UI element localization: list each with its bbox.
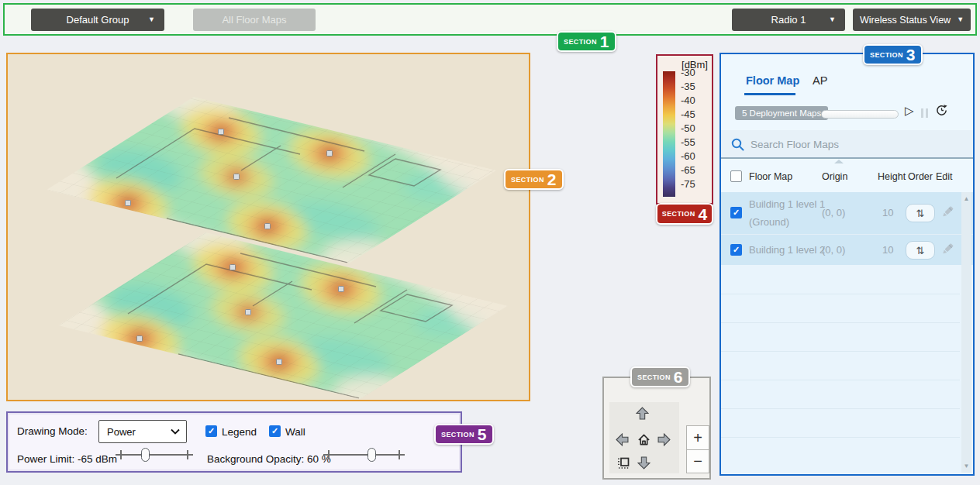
- origin-value: (0, 0): [822, 207, 845, 218]
- col-edit[interactable]: Edit: [936, 171, 953, 182]
- col-origin[interactable]: Origin: [822, 171, 847, 182]
- group-dropdown-label: Default Group: [67, 14, 129, 26]
- ap-icon: [137, 336, 143, 342]
- pan-up-icon[interactable]: [636, 407, 649, 420]
- tab-ap[interactable]: AP: [813, 74, 827, 87]
- legend-tick: -30: [681, 66, 695, 80]
- legend-color-scale: [663, 71, 675, 197]
- table-row[interactable]: ✓ Building 1 level 1 (Ground) (0, 0) 10 …: [721, 192, 973, 234]
- col-height[interactable]: Height: [878, 171, 906, 182]
- ap-icon: [246, 310, 251, 315]
- col-floor-map[interactable]: Floor Map: [749, 171, 792, 182]
- slider-thumb[interactable]: [141, 448, 150, 462]
- chevron-down-icon: ▼: [957, 16, 964, 23]
- floor-name-line1: Building 1 level 1: [749, 198, 825, 210]
- heatmap-canvas[interactable]: [8, 54, 529, 400]
- search-floor-maps: [721, 130, 973, 159]
- ap-icon: [230, 265, 236, 270]
- table-row[interactable]: ✓ Building 1 level 2 (0, 0) 10 ⇅: [721, 234, 973, 265]
- deployment-maps-badge: 5 Deployment Maps: [735, 106, 828, 120]
- group-dropdown[interactable]: Default Group ▼: [31, 9, 164, 31]
- drawing-mode-value: Power: [107, 426, 136, 438]
- origin-value: (0, 0): [822, 244, 845, 256]
- row-checkbox[interactable]: ✓: [730, 244, 742, 256]
- status-view-dropdown[interactable]: Wireless Status View ▼: [853, 9, 971, 31]
- fit-view-icon[interactable]: [617, 456, 630, 470]
- zoom-controls: + −: [686, 425, 709, 473]
- ap-icon: [126, 201, 131, 206]
- table-header: Floor Map Origin Height Order Edit: [721, 163, 973, 192]
- background-opacity-slider[interactable]: [323, 447, 405, 463]
- row-checkbox[interactable]: ✓: [730, 207, 742, 218]
- drawing-mode-select[interactable]: Power: [98, 420, 187, 443]
- ap-icon: [339, 287, 344, 292]
- legend-checkbox[interactable]: ✓: [205, 425, 217, 437]
- slider-thumb[interactable]: [368, 448, 376, 462]
- pan-left-icon[interactable]: [616, 433, 629, 446]
- wireless-status-view-app: Default Group ▼ All Floor Maps Radio 1 ▼…: [0, 0, 980, 485]
- all-floor-maps-label: All Floor Maps: [222, 14, 286, 26]
- edit-pencil-icon[interactable]: [940, 241, 955, 256]
- edit-pencil-icon[interactable]: [940, 204, 955, 219]
- refresh-icon[interactable]: [935, 104, 948, 117]
- dbm-legend: [dBm] -30 -35 -40 -45 -50 -55 -60 -65 -7…: [656, 54, 713, 205]
- pan-pad: [609, 402, 679, 473]
- home-icon[interactable]: [637, 433, 650, 446]
- legend-tick: -35: [681, 80, 695, 94]
- floor-map-panel: Floor Map AP 5 Deployment Maps ▷ Floor M…: [719, 53, 975, 476]
- legend-ticks: -30 -35 -40 -45 -50 -55 -60 -65 -75: [681, 66, 695, 191]
- legend-tick: -60: [681, 150, 695, 163]
- radio-dropdown[interactable]: Radio 1 ▼: [732, 9, 845, 31]
- status-view-dropdown-label: Wireless Status View: [860, 15, 951, 26]
- zoom-out-button[interactable]: −: [686, 449, 709, 473]
- list-scrollbar[interactable]: ▲ ▼: [961, 192, 971, 473]
- search-input[interactable]: [751, 134, 958, 154]
- wall-checkbox-label: Wall: [285, 426, 305, 438]
- drawing-mode-label: Drawing Mode:: [17, 425, 88, 437]
- height-value: 10: [882, 244, 893, 256]
- pan-down-icon[interactable]: [637, 456, 650, 470]
- ap-icon: [327, 151, 333, 157]
- order-button[interactable]: ⇅: [906, 204, 935, 222]
- section-4-badge: SECTION 4: [656, 203, 713, 225]
- floor-map-list: ✓ Building 1 level 1 (Ground) (0, 0) 10 …: [721, 192, 973, 265]
- map-navigation-pad: + −: [602, 377, 711, 480]
- power-limit-slider[interactable]: [116, 447, 193, 463]
- power-limit-label: Power Limit: -65 dBm: [17, 453, 117, 465]
- check-icon: ✓: [208, 427, 215, 435]
- active-tab-underline: [744, 93, 795, 95]
- legend-tick: -65: [681, 163, 695, 177]
- ap-icon: [277, 359, 282, 365]
- scroll-down-icon[interactable]: ▼: [961, 463, 971, 470]
- chevron-down-icon: ▼: [148, 16, 155, 23]
- legend-tick: -75: [681, 177, 695, 191]
- height-value: 10: [882, 207, 893, 218]
- top-toolbar: Default Group ▼ All Floor Maps Radio 1 ▼…: [3, 3, 977, 36]
- background-opacity-label: Background Opacity: 60 %: [207, 453, 331, 465]
- legend-tick: -45: [681, 108, 695, 122]
- select-all-checkbox[interactable]: [730, 170, 742, 182]
- search-icon: [730, 137, 745, 152]
- play-icon[interactable]: ▷: [905, 104, 914, 118]
- chevron-down-icon: [171, 428, 180, 435]
- col-order[interactable]: Order: [908, 171, 933, 182]
- legend-tick: -40: [681, 94, 695, 108]
- zoom-in-button[interactable]: +: [686, 425, 709, 449]
- section-3-badge: SECTION 3: [863, 44, 923, 65]
- empty-list-area: [721, 265, 973, 474]
- section-2-badge: SECTION 2: [504, 169, 564, 190]
- floor-name-line2: (Ground): [749, 216, 789, 228]
- order-button[interactable]: ⇅: [906, 241, 935, 260]
- ap-icon: [234, 174, 240, 180]
- pause-icon[interactable]: [921, 108, 929, 118]
- heatmap-map-area[interactable]: [6, 53, 530, 401]
- chevron-down-icon: ▼: [829, 16, 836, 23]
- all-floor-maps-button[interactable]: All Floor Maps: [193, 9, 316, 31]
- scroll-up-icon[interactable]: ▲: [961, 195, 971, 202]
- tab-floor-map[interactable]: Floor Map: [746, 74, 799, 87]
- pan-right-icon[interactable]: [657, 433, 671, 446]
- order-up-down-icon: ⇅: [916, 208, 925, 219]
- legend-tick: -55: [681, 136, 695, 150]
- radio-dropdown-label: Radio 1: [771, 14, 806, 26]
- wall-checkbox[interactable]: ✓: [269, 425, 281, 437]
